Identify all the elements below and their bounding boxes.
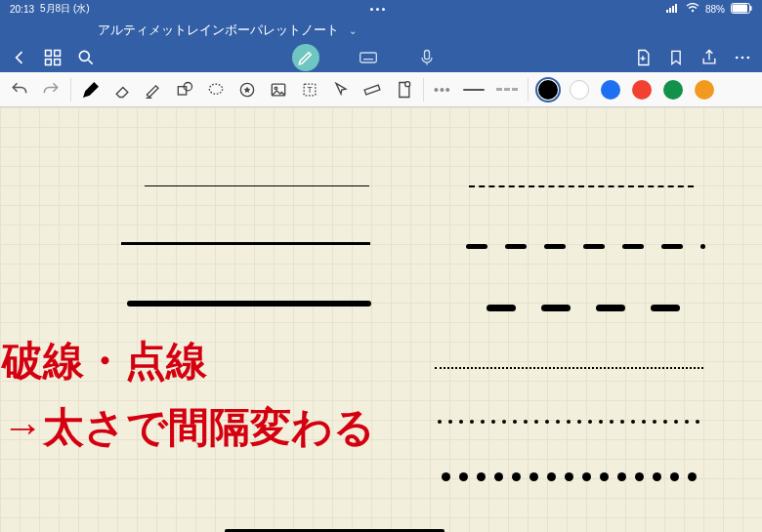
annotation-text: →太さで間隔変わる (2, 400, 375, 455)
svg-rect-1 (669, 8, 671, 13)
color-red[interactable] (632, 80, 652, 100)
annotation-text: 破線・点線 (2, 334, 207, 389)
pointer-tool[interactable] (331, 80, 351, 100)
toolbar-divider (423, 78, 424, 102)
svg-rect-6 (732, 4, 747, 12)
color-blue[interactable] (601, 80, 620, 100)
svg-rect-3 (675, 4, 677, 13)
document-title-bar: アルティメットレインボーパレットノート ⌄ (0, 18, 762, 43)
svg-rect-14 (425, 51, 430, 60)
svg-point-20 (209, 84, 222, 94)
more-button[interactable] (733, 48, 752, 67)
color-green[interactable] (663, 80, 683, 100)
doc-tool[interactable] (394, 80, 413, 100)
svg-rect-2 (672, 6, 674, 13)
toolbar-divider (70, 78, 71, 102)
document-title[interactable]: アルティメットレインボーパレットノート (98, 21, 339, 39)
drawn-dashed-line (487, 305, 680, 311)
drawn-line (145, 185, 369, 186)
toolbar-more[interactable]: ••• (434, 82, 451, 98)
highlighter-tool[interactable] (144, 80, 163, 100)
battery-icon (731, 3, 752, 16)
redo-button[interactable] (41, 80, 61, 100)
stroke-thin[interactable] (463, 89, 485, 91)
svg-text:T: T (307, 85, 312, 95)
svg-rect-18 (178, 86, 186, 94)
svg-point-12 (79, 51, 89, 61)
multitask-dots[interactable] (370, 8, 385, 11)
status-time: 20:13 (10, 4, 34, 15)
svg-point-17 (747, 57, 750, 60)
svg-point-27 (405, 81, 410, 86)
drawn-dashed-line (469, 185, 694, 187)
svg-rect-0 (666, 10, 668, 13)
svg-point-15 (736, 57, 739, 60)
color-white[interactable] (570, 80, 589, 100)
undo-button[interactable] (10, 80, 29, 100)
microphone-button[interactable] (417, 48, 437, 67)
svg-point-4 (692, 10, 694, 12)
wifi-icon (686, 3, 699, 15)
notebook-canvas[interactable]: 破線・点線 →太さで間隔変わる (0, 107, 762, 532)
svg-rect-26 (364, 85, 380, 95)
color-orange[interactable] (695, 80, 714, 100)
draw-mode-button[interactable] (292, 44, 319, 71)
add-page-button[interactable] (633, 48, 653, 67)
stroke-dash[interactable] (496, 88, 518, 91)
shape-tool[interactable] (175, 80, 194, 100)
keyboard-button[interactable] (359, 48, 378, 67)
pen-tool[interactable] (81, 80, 101, 100)
svg-rect-7 (750, 6, 752, 11)
search-button[interactable] (76, 48, 96, 67)
drawn-line (127, 301, 371, 307)
signal-icon (666, 3, 680, 15)
svg-point-23 (275, 87, 277, 90)
drawn-line (121, 242, 370, 245)
drawn-dotted-line (438, 420, 699, 424)
thumbnails-button[interactable] (43, 48, 63, 67)
favorites-tool[interactable] (237, 80, 257, 100)
svg-rect-11 (55, 60, 61, 65)
text-tool[interactable]: T (300, 80, 319, 100)
svg-rect-9 (55, 51, 61, 57)
drawn-dotted-line (435, 367, 703, 369)
share-button[interactable] (699, 48, 719, 67)
lasso-tool[interactable] (206, 80, 226, 100)
svg-rect-10 (46, 60, 52, 65)
title-chevron-icon[interactable]: ⌄ (349, 25, 357, 36)
drawn-dashed-line (466, 244, 705, 249)
svg-rect-8 (46, 51, 52, 57)
color-black[interactable] (538, 80, 558, 100)
ios-status-bar: 20:13 5月8日 (水) 88% (0, 0, 762, 18)
drawn-dotted-line (442, 472, 697, 481)
drawing-toolbar: T ••• (0, 72, 762, 107)
image-tool[interactable] (269, 80, 288, 100)
back-button[interactable] (10, 48, 29, 67)
bookmark-button[interactable] (666, 48, 686, 67)
ruler-tool[interactable] (362, 80, 382, 100)
eraser-tool[interactable] (112, 80, 132, 100)
status-date: 5月8日 (水) (40, 2, 90, 16)
toolbar-divider (528, 78, 529, 102)
svg-rect-13 (360, 53, 377, 62)
top-nav-bar (0, 43, 762, 72)
battery-percent: 88% (705, 4, 725, 15)
svg-point-16 (741, 57, 744, 60)
